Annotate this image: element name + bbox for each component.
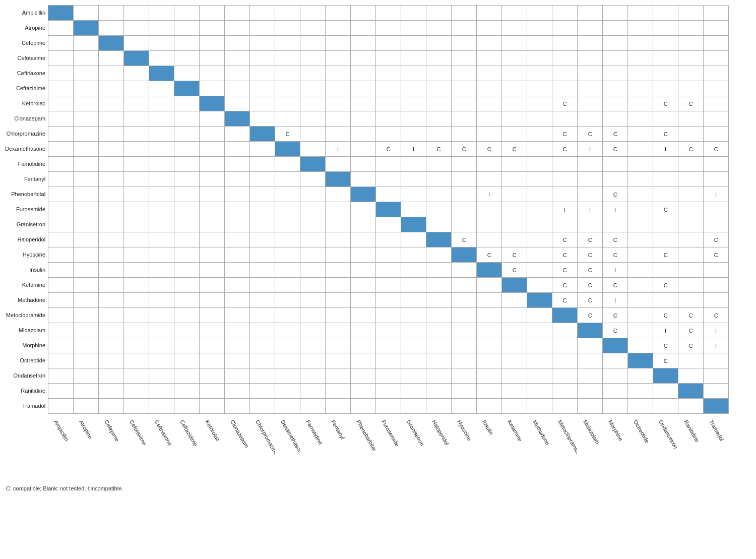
matrix-cell [149,6,174,21]
matrix-cell [653,157,678,172]
matrix-cell: C [578,278,603,293]
matrix-cell [149,51,174,66]
matrix-cell [99,187,124,202]
matrix-cell [74,81,99,96]
matrix-cell [275,172,300,187]
matrix-cell [99,157,124,172]
col-label: Tramadol [708,419,725,442]
matrix-cell: I [603,202,628,217]
col-label-wrapper: Ondansetron [653,416,678,481]
matrix-cell [603,51,628,66]
matrix-cell [99,384,124,399]
matrix-cell [174,323,200,338]
matrix-cell [275,263,300,278]
matrix-cell [48,142,74,157]
matrix-cell [401,111,426,127]
matrix-cell [527,21,552,36]
matrix-cell [149,293,174,308]
matrix-cell [578,172,603,187]
matrix-cell [603,157,628,172]
matrix-cell: C [603,323,628,338]
col-label-wrapper: Methadone [527,416,552,481]
matrix-cell [74,21,99,36]
matrix-cell [48,202,74,217]
matrix-cell [300,66,326,81]
col-label: Ampicillin [53,419,70,442]
matrix-cell [250,293,275,308]
matrix-cell [653,66,678,81]
matrix-cell [149,247,174,263]
matrix-cell [527,368,552,384]
col-label-wrapper: Clonazepam [224,416,249,481]
matrix-cell [678,368,704,384]
matrix-cell [401,384,426,399]
col-label-wrapper: Fentanyl [325,416,350,481]
matrix-cell [653,187,678,202]
matrix-cell [452,51,477,66]
matrix-cell [275,36,300,51]
col-label: Phenobarbital [355,419,375,452]
matrix-cell [376,278,401,293]
matrix-cell: C [552,127,578,142]
matrix-cell [275,399,300,414]
matrix-cell [200,232,225,247]
matrix-cell [225,308,250,323]
matrix-cell: I [704,323,729,338]
col-label-wrapper: Dexamethasone [275,416,300,481]
matrix-cell [225,263,250,278]
matrix-cell [653,263,678,278]
matrix-cell [326,111,351,127]
matrix-cell [326,6,351,21]
matrix-cell [250,111,275,127]
matrix-cell [653,232,678,247]
matrix-cell [452,263,477,278]
matrix-cell [376,51,401,66]
matrix-cell [426,278,452,293]
matrix-cell [99,21,124,36]
matrix-cell: I [326,142,351,157]
matrix-cell [628,202,653,217]
matrix-cell [578,323,603,338]
matrix-cell [300,127,326,142]
matrix-cell [351,172,376,187]
matrix-cell [426,293,452,308]
matrix-cell [174,384,200,399]
matrix-cell [351,278,376,293]
col-label-wrapper: Midazolam [577,416,602,481]
matrix-cell [628,323,653,338]
matrix-cell [628,263,653,278]
matrix-cell [678,293,704,308]
matrix-cell: C [552,278,578,293]
matrix-cell [225,51,250,66]
matrix-cell [351,202,376,217]
matrix-cell [99,111,124,127]
col-label: Ketamine [507,419,524,442]
matrix-cell [149,81,174,96]
matrix-cell [200,308,225,323]
matrix-cell [326,338,351,353]
matrix-cell [477,51,502,66]
matrix-cell [326,36,351,51]
matrix-cell [174,81,200,96]
matrix-cell [149,353,174,368]
matrix-cell [351,338,376,353]
matrix-cell [376,6,401,21]
row-label: Octreotide [5,353,48,368]
matrix-cell [326,293,351,308]
matrix-cell [527,81,552,96]
matrix-cell [401,96,426,111]
matrix-cell [74,187,99,202]
matrix-cell [225,353,250,368]
matrix-cell [351,6,376,21]
matrix-cell [200,263,225,278]
matrix-cell [174,51,200,66]
matrix-cell [477,308,502,323]
matrix-cell [275,247,300,263]
matrix-cell [704,217,729,232]
matrix-cell [250,384,275,399]
matrix-cell [527,278,552,293]
matrix-cell [99,232,124,247]
matrix-cell [74,202,99,217]
matrix-cell [74,51,99,66]
matrix-cell [74,278,99,293]
